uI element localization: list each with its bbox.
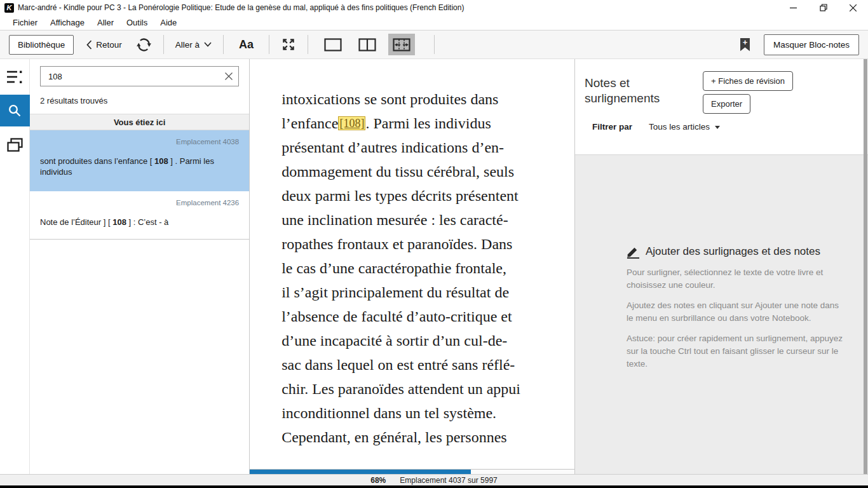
toolbar-separator — [269, 35, 269, 54]
toc-icon — [6, 70, 23, 84]
pages-icon — [7, 138, 23, 152]
menu-fichier[interactable]: Fichier — [6, 17, 44, 29]
reading-pane: intoxications se sont produites dansl’en… — [250, 59, 575, 474]
empty-state-paragraph: Ajoutez des notes en cliquant sur Ajoute… — [627, 299, 843, 325]
chevron-left-icon — [86, 40, 92, 50]
search-panel: 2 résultats trouvés Vous étiez ici Empla… — [30, 59, 250, 474]
menu-aller[interactable]: Aller — [91, 17, 120, 29]
back-label: Retour — [96, 40, 122, 50]
two-pages-icon — [358, 38, 376, 51]
toolbar-separator — [308, 35, 308, 54]
fullscreen-button[interactable] — [281, 37, 296, 52]
hide-notebook-button[interactable]: Masquer Bloc-notes — [764, 34, 859, 55]
notebook-body: Ajouter des surlignages et des notes Pou… — [575, 155, 868, 474]
kindle-app-icon: K — [4, 3, 14, 13]
menu-aide[interactable]: Aide — [154, 17, 183, 29]
empty-state-paragraph: Pour surligner, sélectionnez le texte de… — [627, 266, 843, 292]
restore-icon — [820, 4, 827, 11]
status-bar: 68% Emplacement 4037 sur 5997 — [0, 474, 868, 485]
pages-sidebar-button[interactable] — [0, 132, 30, 158]
toolbar: Bibliothèque Retour Aller à Aa — [0, 30, 868, 59]
book-text-line: ropathes frontaux et paranoïdes. Dans — [281, 232, 574, 256]
location-info: Emplacement 4037 sur 5997 — [400, 476, 497, 485]
results-count: 2 résultats trouvés — [40, 96, 239, 105]
left-icon-strip — [0, 59, 30, 474]
search-result[interactable]: Emplacement 4236 Note de l’Éditeur ] [ 1… — [30, 191, 249, 240]
progress-percent: 68% — [370, 476, 386, 485]
menu-outils[interactable]: Outils — [120, 17, 154, 29]
font-settings-button[interactable]: Aa — [239, 38, 254, 51]
highlighter-pen-icon — [627, 245, 640, 259]
book-text-line: chir. Les paranoïdes attendent un appui — [281, 377, 574, 401]
search-box — [40, 66, 239, 86]
notebook-panel: Notes et surlignements + Fiches de révis… — [575, 59, 868, 474]
you-were-here-header: Vous étiez ici — [30, 114, 249, 130]
book-text-line: deux parmi les types décrits présentent — [281, 184, 574, 208]
view-two-pages-button[interactable] — [354, 34, 381, 55]
book-text-line: le cas d’une caractéropathie frontale, — [281, 256, 574, 280]
reading-progress-bar — [250, 469, 574, 474]
book-text: intoxications se sont produites dansl’en… — [281, 87, 574, 449]
bookmark-plus-icon: + — [740, 38, 750, 47]
chevron-down-icon — [204, 42, 212, 47]
search-icon — [7, 103, 22, 118]
notebook-scrollbar[interactable] — [864, 59, 867, 474]
notebook-empty-state: Ajouter des surlignages et des notes Pou… — [627, 245, 843, 370]
book-text-line: il s’agit principalement du résultat de — [281, 280, 574, 304]
goto-label: Aller à — [175, 40, 200, 50]
export-button[interactable]: Exporter — [703, 94, 750, 114]
menu-bar: Fichier Affichage Aller Outils Aide — [0, 15, 868, 30]
result-location: Emplacement 4236 — [40, 199, 239, 207]
filter-dropdown[interactable]: Tous les articles — [649, 122, 720, 132]
view-single-page-button[interactable] — [320, 34, 346, 55]
flashcards-button[interactable]: + Fiches de révision — [703, 71, 793, 91]
book-text-line: intoxications se sont produites dans — [281, 87, 574, 111]
clear-icon — [225, 72, 233, 80]
filter-label: Filtrer par — [592, 122, 632, 132]
result-location: Emplacement 4038 — [40, 138, 239, 146]
minimize-button[interactable] — [778, 0, 808, 15]
book-text-line: l’enfance[108]. Parmi les individus — [281, 111, 574, 135]
book-text-line: présentant d’autres indications d’en- — [281, 135, 574, 159]
bottom-edge — [0, 485, 868, 488]
toolbar-separator — [223, 35, 224, 54]
close-icon — [850, 4, 857, 11]
add-bookmark-button[interactable]: + — [740, 38, 750, 51]
app-window: K Marc-andré - Kindle pour PC 3 - La Pon… — [0, 0, 868, 488]
book-text-line: l’absence de faculté d’auto-critique et — [281, 304, 574, 329]
window-title: Marc-andré - Kindle pour PC 3 - La Ponér… — [18, 3, 464, 12]
view-continuous-button[interactable] — [388, 34, 415, 55]
continuous-view-icon — [393, 38, 410, 51]
minimize-icon — [790, 4, 797, 11]
empty-state-paragraph: Astuce: pour créer rapidement un surlign… — [627, 332, 843, 370]
toolbar-separator — [434, 35, 435, 54]
book-text-line: d’une incapacité à sortir d’un cul-de- — [281, 329, 574, 353]
library-button[interactable]: Bibliothèque — [9, 35, 74, 55]
empty-state-title: Ajouter des surlignages et des notes — [646, 245, 820, 258]
single-page-icon — [324, 38, 342, 51]
toolbar-separator — [163, 35, 164, 54]
title-bar: K Marc-andré - Kindle pour PC 3 - La Pon… — [0, 0, 868, 15]
reading-progress-fill — [250, 470, 470, 474]
close-button[interactable] — [838, 0, 868, 15]
clear-search-button[interactable] — [219, 72, 238, 80]
restore-button[interactable] — [808, 0, 838, 15]
notebook-header: Notes et surlignements + Fiches de révis… — [575, 59, 868, 155]
book-text-line: Cependant, en général, les personnes — [281, 425, 574, 449]
search-result[interactable]: Emplacement 4038 sont produites dans l’e… — [30, 130, 249, 191]
fullscreen-icon — [281, 37, 296, 52]
result-snippet: sont produites dans l’enfance [ 108 ] . … — [40, 156, 239, 177]
result-snippet: Note de l’Éditeur ] [ 108 ] : C’est - à — [40, 217, 239, 227]
sync-icon — [136, 37, 152, 53]
back-button[interactable]: Retour — [86, 40, 122, 50]
toc-sidebar-button[interactable] — [0, 64, 30, 90]
sync-button[interactable] — [136, 37, 152, 53]
goto-dropdown[interactable]: Aller à — [175, 40, 212, 50]
menu-affichage[interactable]: Affichage — [44, 17, 91, 29]
search-input[interactable] — [41, 72, 219, 81]
caret-down-icon — [715, 126, 720, 129]
footnote-link[interactable]: [108] — [338, 116, 365, 130]
search-sidebar-button[interactable] — [0, 95, 30, 126]
book-text-line: inconditionnel dans un tel système. — [281, 401, 574, 425]
book-text-line: dommagement du tissu cérébral, seuls — [281, 159, 574, 184]
